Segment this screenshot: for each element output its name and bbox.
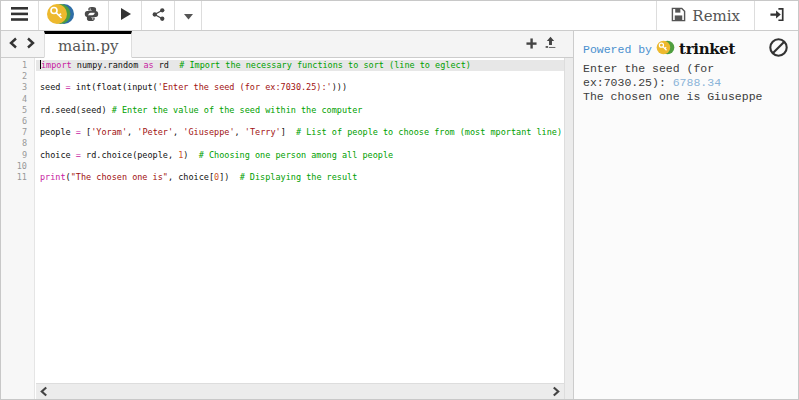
code-line-9[interactable]: choice = rd.choice(people, 1) # Choosing…: [36, 150, 564, 161]
tab-actions: [526, 31, 573, 57]
line-number: 11: [1, 172, 34, 183]
caret-down-icon: [184, 8, 193, 23]
tabs-scroll-right-button[interactable]: [22, 31, 39, 57]
gutter: 1234567891011: [1, 58, 35, 399]
stdout-text: The chosen one is Giuseppe: [583, 90, 762, 103]
user-input-echo: 6788.34: [673, 76, 721, 89]
line-number: 3: [1, 82, 34, 93]
code-line-5[interactable]: rd.seed(seed) # Enter the value of the s…: [36, 105, 564, 116]
code-line-3[interactable]: seed = int(float(input('Enter the seed (…: [36, 82, 564, 93]
chevron-left-icon: [9, 37, 18, 52]
output-panel: Powered by trinket En: [573, 31, 798, 399]
line-number: 1: [1, 60, 34, 71]
tabs-scroll-left-button[interactable]: [5, 31, 22, 57]
line-number: 6: [1, 116, 34, 127]
toolbar-left-group: [1, 1, 202, 30]
output-header: Powered by trinket: [583, 37, 789, 61]
code-line-11[interactable]: print("The chosen one is", choice[0]) # …: [36, 172, 564, 183]
line-number: 10: [1, 161, 34, 172]
more-dropdown-button[interactable]: [175, 1, 202, 30]
run-button[interactable]: [109, 1, 142, 30]
line-number: 5: [1, 105, 34, 116]
main-area: main.py 1234567891011 import numpy.rando…: [1, 31, 798, 399]
plus-icon: [526, 37, 537, 52]
editor-vertical-scrollbar[interactable]: [564, 58, 573, 399]
python-icon: [83, 5, 100, 26]
stdout-text: ex:7030.25):: [583, 76, 673, 89]
floppy-icon: [671, 7, 686, 25]
share-icon: [151, 7, 166, 25]
powered-by-link[interactable]: Powered by: [583, 43, 652, 56]
code-line-8[interactable]: [36, 138, 564, 149]
editor-horizontal-scrollbar[interactable]: [36, 383, 564, 399]
remix-button[interactable]: Remix: [656, 1, 754, 30]
stdout-text: Enter the seed (for: [583, 62, 714, 75]
code-line-4[interactable]: [36, 94, 564, 105]
console-line: Enter the seed (for: [583, 62, 789, 76]
chevron-right-icon: [26, 37, 35, 52]
line-number: 8: [1, 138, 34, 149]
upload-file-button[interactable]: [544, 36, 557, 52]
play-icon: [119, 7, 132, 24]
line-number: 7: [1, 127, 34, 138]
tab-label: main.py: [58, 37, 118, 55]
code-editor[interactable]: 1234567891011 import numpy.random as rd …: [1, 58, 573, 399]
reset-button[interactable]: [768, 37, 789, 61]
share-button[interactable]: [142, 1, 175, 30]
console-line: ex:7030.25): 6788.34: [583, 76, 789, 90]
brand-button[interactable]: [39, 1, 109, 30]
tab-bar: main.py: [1, 31, 573, 58]
scroll-right-icon[interactable]: [552, 383, 560, 400]
add-file-button[interactable]: [526, 37, 537, 52]
menu-button[interactable]: [1, 1, 39, 30]
code-line-2[interactable]: [36, 71, 564, 82]
scroll-left-icon[interactable]: [40, 383, 48, 400]
trinket-logo-icon: [47, 3, 75, 28]
line-number: 9: [1, 150, 34, 161]
console-output[interactable]: Enter the seed (forex:7030.25): 6788.34T…: [583, 62, 789, 104]
console-line: The chosen one is Giuseppe: [583, 90, 789, 104]
code-line-7[interactable]: people = ['Yoram', 'Peter', 'Giuseppe', …: [36, 127, 564, 138]
trinket-logo-icon: [656, 40, 675, 59]
line-number: 4: [1, 94, 34, 105]
menu-icon: [11, 7, 28, 24]
sign-in-button[interactable]: [754, 1, 798, 30]
sign-in-icon: [769, 7, 785, 25]
code-line-1[interactable]: import numpy.random as rd # Import the n…: [36, 60, 564, 71]
remix-label: Remix: [692, 7, 740, 25]
editor-pane: main.py 1234567891011 import numpy.rando…: [1, 31, 573, 399]
line-number: 2: [1, 71, 34, 82]
code-line-6[interactable]: [36, 116, 564, 127]
trinket-brand-link[interactable]: trinket: [679, 40, 735, 58]
toolbar-right-group: Remix: [656, 1, 798, 30]
code-line-10[interactable]: [36, 161, 564, 172]
tab-main-py[interactable]: main.py: [44, 31, 132, 58]
upload-icon: [544, 36, 557, 52]
toolbar: Remix: [1, 1, 798, 31]
prohibition-icon: [768, 37, 789, 61]
trinket-widget: Remix main.py: [0, 0, 799, 400]
code-lines[interactable]: import numpy.random as rd # Import the n…: [36, 58, 564, 383]
